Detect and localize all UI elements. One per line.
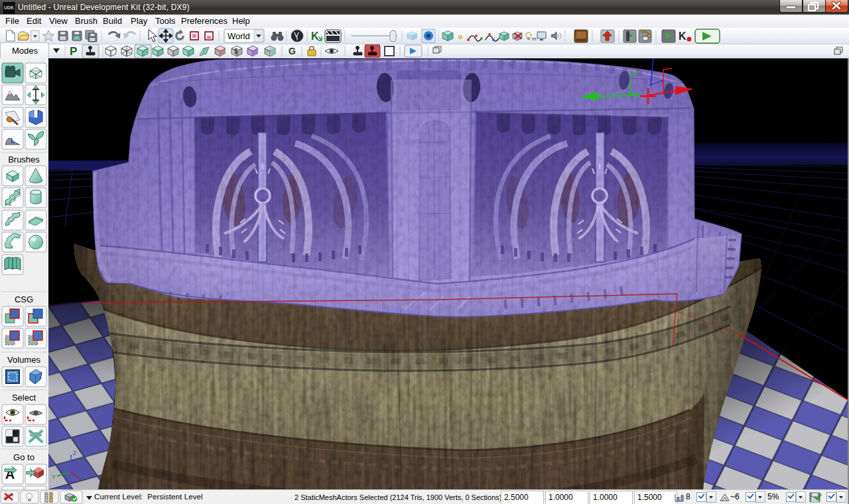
svg-text:m: m [532, 36, 537, 42]
svg-text:Y: Y [52, 473, 56, 480]
svg-text:Brushes: Brushes [8, 155, 40, 164]
svg-text:Select: Select [12, 393, 36, 403]
svg-text:Volumes: Volumes [7, 355, 40, 365]
svg-text:$: $ [234, 48, 238, 55]
svg-text:K: K [679, 31, 686, 42]
svg-text:K: K [311, 31, 319, 42]
svg-text:World: World [228, 31, 250, 41]
svg-text:Z: Z [73, 450, 77, 456]
svg-text:CSG: CSG [15, 294, 33, 304]
svg-text:P: P [70, 45, 77, 58]
svg-text:Go to: Go to [13, 452, 34, 462]
svg-text:G: G [289, 46, 296, 56]
svg-text:x: x [78, 476, 82, 483]
svg-text:L: L [11, 137, 15, 145]
